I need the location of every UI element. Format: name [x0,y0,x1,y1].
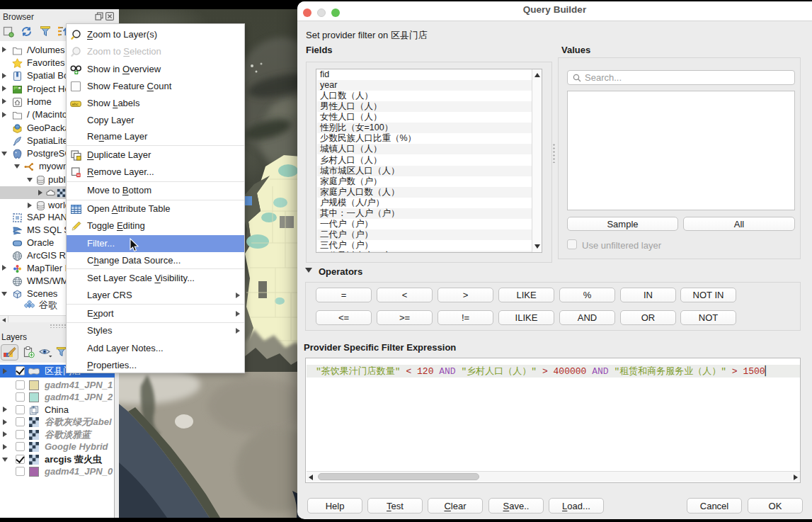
svg-text:abc: abc [72,101,79,106]
